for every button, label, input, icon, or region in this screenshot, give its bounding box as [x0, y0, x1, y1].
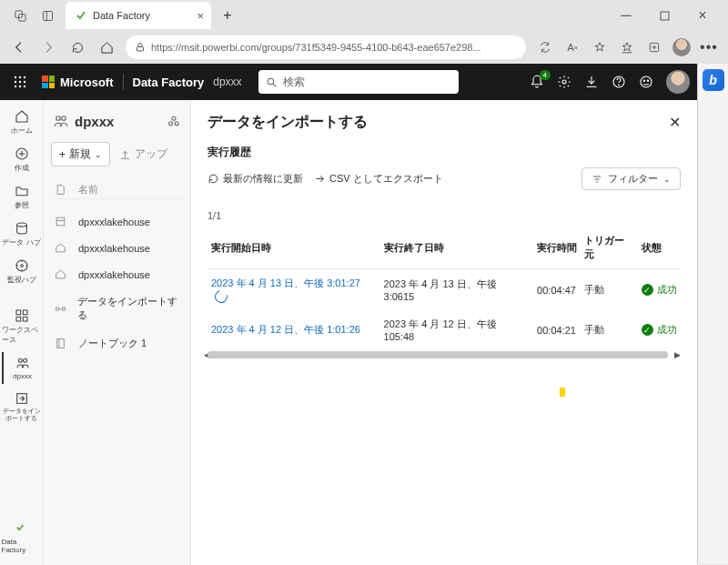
col-status[interactable]: 状態 [638, 227, 681, 269]
more-icon[interactable]: ••• [695, 34, 723, 61]
rail-workspaces[interactable]: ワークスペース [2, 305, 42, 348]
rail-datafactory[interactable]: Data Factory [2, 518, 42, 558]
svg-point-44 [56, 116, 61, 121]
feedback-icon[interactable] [639, 75, 653, 89]
app-launcher-icon[interactable] [7, 76, 33, 88]
user-avatar[interactable] [666, 70, 690, 94]
filter-button[interactable]: フィルター ⌄ [581, 167, 681, 190]
profile-icon[interactable] [7, 3, 33, 28]
col-start[interactable]: 実行開始日時 [207, 227, 380, 269]
window-minimize-button[interactable]: ─ [608, 3, 644, 28]
svg-point-26 [647, 80, 648, 81]
sync-icon[interactable] [531, 34, 559, 61]
url-input[interactable]: https://msit.powerbi.com/groups/731f5349… [126, 35, 526, 59]
product-name[interactable]: Data Factory [133, 76, 205, 89]
plus-circle-icon [15, 146, 29, 161]
lakehouse-icon [55, 216, 69, 227]
home-button[interactable] [93, 34, 120, 61]
svg-rect-51 [56, 307, 59, 309]
svg-rect-38 [23, 310, 27, 315]
brand: Microsoft [42, 76, 114, 89]
scroll-right-icon[interactable]: ▶ [674, 350, 681, 359]
rail-import[interactable]: データをインポートする [2, 388, 42, 425]
back-button[interactable] [5, 34, 33, 61]
divider [123, 74, 124, 90]
workspace-settings-icon[interactable] [167, 114, 181, 128]
status-badge: ✓成功 [642, 283, 677, 297]
tab-favicon [75, 9, 87, 22]
new-button[interactable]: +新規⌄ [51, 142, 110, 166]
table-row[interactable]: 2023 年 4 月 13 日、午後 3:01:27 2023 年 4 月 13… [207, 269, 681, 311]
workspace-name-top[interactable]: dpxxx [213, 76, 241, 88]
check-icon: ✓ [642, 284, 653, 296]
url-text: https://msit.powerbi.com/groups/731f5349… [151, 42, 481, 53]
svg-point-21 [562, 80, 566, 84]
list-item[interactable]: dpxxxlakehouse [51, 261, 183, 288]
favorites-bar-icon[interactable] [613, 34, 641, 61]
svg-rect-4 [661, 12, 669, 20]
pipeline-icon [55, 303, 68, 315]
svg-point-23 [619, 85, 620, 86]
list-item[interactable]: ノートブック 1 [51, 329, 183, 358]
tab-close-icon[interactable]: × [197, 9, 204, 23]
window-close-button[interactable]: × [684, 3, 721, 28]
list-item[interactable]: データをインポートする [51, 288, 183, 329]
svg-point-18 [24, 86, 25, 87]
rail-monitor[interactable]: 監視ハブ [2, 255, 42, 288]
rail-browse[interactable]: 参照 [2, 180, 42, 214]
tabs-icon[interactable] [35, 3, 60, 28]
read-aloud-icon[interactable]: A» [559, 34, 586, 61]
lock-icon [135, 42, 146, 53]
workspaces-icon [15, 308, 29, 323]
scroll-track[interactable] [207, 351, 668, 358]
horizontal-scrollbar[interactable]: ◀ ▶ [207, 351, 681, 362]
export-csv-action[interactable]: CSV としてエクスポート [314, 172, 443, 186]
browser-tab[interactable]: Data Factory × [66, 2, 211, 29]
bing-icon[interactable]: b [703, 69, 724, 91]
favorite-icon[interactable] [586, 34, 613, 61]
help-icon[interactable] [612, 75, 626, 89]
svg-point-30 [16, 223, 26, 227]
new-tab-button[interactable]: + [215, 3, 240, 28]
close-button[interactable]: ✕ [669, 114, 681, 131]
collections-icon[interactable] [641, 34, 668, 61]
list-item[interactable]: dpxxxlakehouse [51, 235, 183, 261]
svg-point-25 [643, 80, 644, 81]
svg-point-15 [24, 81, 25, 83]
col-end[interactable]: 実行終了日時 [380, 227, 534, 269]
svg-rect-40 [23, 317, 27, 321]
col-trigger[interactable]: トリガー元 [581, 227, 638, 269]
table-row[interactable]: 2023 年 4 月 12 日、午後 1:01:26 2023 年 4 月 12… [207, 310, 681, 349]
notifications-icon[interactable]: 4 [530, 75, 544, 89]
refresh-button[interactable] [64, 34, 91, 61]
refresh-action[interactable]: 最新の情報に更新 [207, 172, 303, 186]
brand-text: Microsoft [60, 76, 114, 89]
file-icon [55, 184, 69, 196]
list-item[interactable]: dpxxxlakehouse [51, 208, 183, 235]
bing-sidebar[interactable]: b [697, 64, 728, 564]
database-icon [15, 221, 29, 236]
browser-titlebar: Data Factory × + ─ × [0, 0, 728, 31]
profile-avatar[interactable] [668, 34, 695, 61]
rail-home[interactable]: ホーム [2, 106, 42, 139]
run-start-link[interactable]: 2023 年 4 月 13 日、午後 3:01:27 [211, 277, 360, 288]
rail-datahub[interactable]: データ ハブ [2, 217, 42, 251]
running-icon [212, 288, 229, 306]
rail-dpxxx[interactable]: dpxxx [2, 352, 42, 384]
svg-point-24 [641, 76, 652, 87]
rail-create[interactable]: 作成 [2, 143, 42, 177]
svg-point-12 [24, 76, 25, 78]
svg-point-32 [20, 265, 23, 267]
svg-line-20 [273, 84, 276, 86]
run-start-link[interactable]: 2023 年 4 月 12 日、午後 1:01:26 [211, 324, 360, 335]
download-icon[interactable] [584, 75, 599, 89]
settings-icon[interactable] [557, 75, 571, 89]
app-topbar: Microsoft Data Factory dpxxx 検索 4 [0, 64, 697, 100]
upload-button[interactable]: アップ [116, 142, 171, 166]
window-maximize-button[interactable] [646, 3, 682, 28]
forward-button[interactable] [35, 34, 62, 61]
tab-title: Data Factory [93, 10, 150, 21]
workspace-icon [15, 356, 30, 370]
col-duration[interactable]: 実行時間 [533, 227, 581, 269]
search-input[interactable]: 検索 [258, 70, 459, 94]
